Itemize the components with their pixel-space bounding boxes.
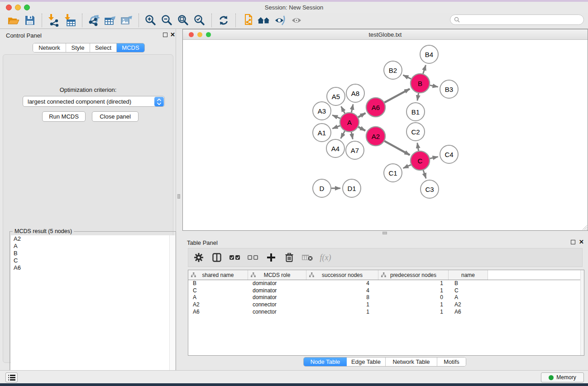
edge-A-A6[interactable]	[358, 113, 365, 117]
search-field[interactable]	[450, 14, 584, 25]
export-image-icon[interactable]	[119, 13, 135, 28]
edge-C-C4[interactable]	[430, 157, 438, 158]
deselect-all-checkboxes-icon[interactable]	[247, 251, 259, 264]
edge-A-A8[interactable]	[351, 104, 353, 112]
edge-B-B2[interactable]	[403, 75, 411, 79]
column-header-name[interactable]: name	[449, 270, 488, 280]
new-network-from-selection-icon[interactable]	[239, 13, 256, 28]
node-A2[interactable]: A2	[366, 127, 385, 146]
add-column-icon[interactable]	[265, 251, 277, 264]
vertical-split-handle[interactable]	[177, 194, 180, 199]
table-options-icon[interactable]	[193, 251, 205, 264]
hide-selected-icon[interactable]	[272, 13, 288, 28]
edge-A2-C[interactable]	[384, 141, 410, 155]
float-panel-icon[interactable]	[163, 33, 167, 37]
node-B3[interactable]: B3	[440, 80, 458, 98]
memory-button[interactable]: Memory	[541, 372, 584, 382]
column-header-shared-name[interactable]: shared name	[188, 270, 248, 280]
refresh-view-icon[interactable]	[215, 13, 232, 28]
close-table-panel-icon[interactable]: ✕	[579, 238, 584, 245]
tab-node-table[interactable]: Node Table	[304, 357, 347, 366]
node-C4[interactable]: C4	[440, 145, 458, 163]
select-all-checkboxes-icon[interactable]	[229, 251, 241, 264]
edge-A6-B[interactable]	[384, 89, 410, 102]
node-B4[interactable]: B4	[420, 45, 438, 63]
task-history-button[interactable]	[5, 372, 18, 382]
search-input[interactable]	[462, 17, 575, 23]
horizontal-split-handle[interactable]	[382, 232, 387, 234]
tab-network[interactable]: Network	[33, 43, 66, 52]
float-table-panel-icon[interactable]	[571, 240, 575, 244]
node-C1[interactable]: C1	[384, 164, 402, 182]
zoom-out-icon[interactable]	[159, 13, 175, 28]
import-table-icon[interactable]	[62, 13, 78, 28]
first-neighbors-icon[interactable]	[256, 13, 272, 28]
close-panel-button[interactable]: Close panel	[92, 111, 139, 122]
tab-network-table[interactable]: Network Table	[386, 357, 437, 366]
node-C3[interactable]: C3	[421, 180, 439, 198]
column-header-predecessor-nodes[interactable]: predecessor nodes	[378, 270, 449, 280]
mcds-result-list[interactable]: A2ABCA6	[11, 235, 175, 386]
network-window-titlebar[interactable]: testGlobe.txt	[183, 29, 588, 40]
edge-C-C3[interactable]	[423, 170, 426, 178]
node-B1[interactable]: B1	[406, 103, 425, 121]
edge-A-A7[interactable]	[351, 132, 353, 139]
edge-A-A5[interactable]	[341, 106, 345, 113]
edge-B-B4[interactable]	[423, 65, 426, 74]
save-session-icon[interactable]	[22, 13, 38, 28]
mcds-result-item[interactable]: A	[11, 243, 175, 250]
node-table[interactable]: shared nameMCDS rolesuccessor nodesprede…	[188, 270, 584, 356]
mcds-result-item[interactable]: B	[11, 250, 175, 257]
show-all-icon[interactable]	[288, 13, 305, 28]
table-row[interactable]: A2connector11A2	[188, 301, 584, 309]
table-scrollbar[interactable]	[580, 270, 584, 355]
tab-edge-table[interactable]: Edge Table	[347, 357, 386, 366]
tab-select[interactable]: Select	[90, 43, 117, 52]
node-C2[interactable]: C2	[406, 123, 425, 141]
node-B[interactable]: B	[411, 74, 430, 93]
mcds-result-item[interactable]: C	[11, 257, 175, 264]
edge-C-C1[interactable]	[403, 165, 411, 168]
node-A6[interactable]: A6	[366, 98, 385, 117]
table-row[interactable]: Bdominator41B	[188, 280, 584, 287]
tab-motifs[interactable]: Motifs	[437, 357, 466, 366]
table-row[interactable]: A6connector11A6	[188, 309, 584, 316]
node-D1[interactable]: D1	[343, 179, 361, 197]
table-row[interactable]: Cdominator41C	[188, 287, 584, 295]
table-row[interactable]: Adominator80A	[188, 294, 584, 301]
edge-B-B3[interactable]	[430, 85, 438, 87]
node-A[interactable]: A	[340, 113, 359, 132]
window-resize-grip[interactable]	[581, 224, 587, 230]
column-header-successor-nodes[interactable]: successor nodes	[306, 270, 378, 280]
node-A5[interactable]: A5	[327, 87, 345, 105]
edge-C-C2[interactable]	[417, 143, 419, 151]
edge-A-A4[interactable]	[341, 131, 345, 138]
show-columns-icon[interactable]	[211, 251, 223, 264]
node-A3[interactable]: A3	[313, 102, 331, 120]
run-mcds-button[interactable]: Run MCDS	[42, 111, 86, 122]
node-A8[interactable]: A8	[346, 84, 364, 102]
edge-A-A3[interactable]	[332, 115, 340, 118]
open-file-icon[interactable]	[5, 13, 22, 28]
export-table-icon[interactable]	[102, 13, 119, 28]
network-canvas[interactable]: B4B2BB3A8A5A6A3B1AC2A1A2A4A7C4CC1DD1C3	[183, 40, 588, 230]
mcds-result-item[interactable]: A2	[11, 235, 175, 243]
mcds-result-item[interactable]: A6	[11, 264, 175, 272]
close-panel-icon[interactable]: ✕	[170, 31, 175, 38]
zoom-selected-icon[interactable]	[191, 13, 208, 28]
node-A4[interactable]: A4	[326, 139, 344, 157]
tab-mcds[interactable]: MCDS	[117, 43, 144, 52]
function-builder-icon[interactable]: f(x)	[320, 251, 331, 264]
node-B2[interactable]: B2	[384, 61, 402, 79]
edge-A-A1[interactable]	[332, 126, 340, 129]
delete-table-icon[interactable]	[301, 251, 313, 264]
node-A7[interactable]: A7	[346, 141, 364, 159]
tab-style[interactable]: Style	[66, 43, 90, 52]
node-A1[interactable]: A1	[313, 124, 331, 142]
export-network-icon[interactable]	[86, 13, 102, 28]
optimization-criterion-dropdown[interactable]: largest connected component (directed)	[23, 96, 165, 107]
column-header-MCDS-role[interactable]: MCDS role	[248, 270, 306, 280]
zoom-in-icon[interactable]	[143, 13, 159, 28]
node-C[interactable]: C	[411, 151, 430, 170]
list-scrollbar[interactable]	[169, 235, 175, 386]
